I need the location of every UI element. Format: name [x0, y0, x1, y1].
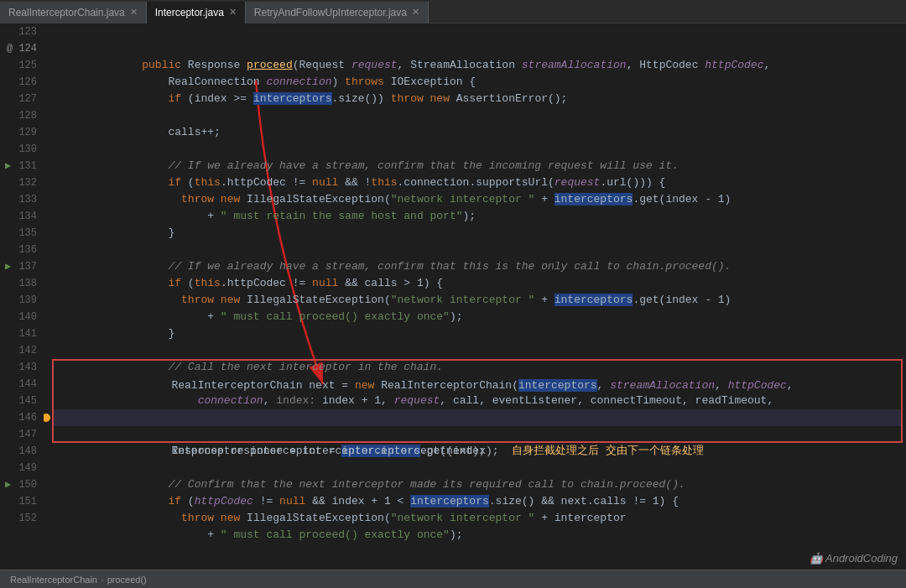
line-num-126: 126 — [7, 74, 37, 91]
line-147: Response response = interceptor.intercep… — [52, 426, 903, 443]
close-icon[interactable]: ✕ — [130, 7, 138, 18]
line-num-148: 148 — [7, 443, 37, 460]
line-num-138: 138 — [7, 275, 37, 292]
line-141 — [50, 325, 906, 342]
line-num-132: 132 — [7, 174, 37, 191]
line-146: Interceptor interceptor = interceptors.g… — [52, 409, 903, 426]
line-130: // If we already have a stream, confirm … — [50, 141, 906, 158]
line-num-135: 135 — [7, 225, 37, 242]
line-152: + " must call proceed() exactly once"); — [50, 510, 906, 527]
line-143: RealInterceptorChain next = new RealInte… — [52, 359, 903, 376]
line-149: // Confirm that the next interceptor mad… — [50, 460, 906, 476]
line-num-130: 130 — [7, 141, 37, 158]
line-136: // If we already have a stream, confirm … — [50, 242, 906, 258]
statusbar: RealInterceptorChain › proceed() — [0, 570, 906, 588]
line-129 — [50, 124, 906, 141]
line-num-137: ▶137 — [7, 258, 37, 275]
line-num-149: 149 — [7, 460, 37, 476]
line-134: } — [50, 208, 906, 225]
line-num-140: 140 — [7, 309, 37, 325]
line-num-131: ▶131 — [7, 158, 37, 174]
statusbar-method: proceed() — [107, 575, 147, 585]
line-126: if (index >= interceptors.size()) throw … — [50, 74, 906, 91]
line-148 — [50, 443, 906, 460]
editor-root: RealInterceptorChain.java ✕ Interceptor.… — [0, 0, 906, 588]
statusbar-sep: › — [101, 575, 104, 585]
line-num-142: 142 — [7, 342, 37, 359]
breakpoint-dot — [44, 414, 50, 422]
line-num-141: 141 — [7, 325, 37, 342]
tab-interceptor[interactable]: Interceptor.java ✕ — [147, 2, 246, 23]
line-num-144: 144 — [7, 376, 37, 393]
line-142: // Call the next interceptor in the chai… — [50, 342, 906, 359]
line-131: if (this.httpCodec != null && !this.conn… — [50, 158, 906, 174]
tab-bar: RealInterceptorChain.java ✕ Interceptor.… — [0, 0, 906, 23]
line-num-124: @ 124 — [7, 40, 37, 57]
line-num-146: 146 — [7, 409, 37, 426]
line-num-152: 152 — [7, 510, 37, 527]
line-138: throw new IllegalStateException("network… — [50, 275, 906, 292]
line-num-134: 134 — [7, 208, 37, 225]
line-num-136: 136 — [7, 242, 37, 258]
line-150: if (httpCodec != null && index + 1 < int… — [50, 476, 906, 493]
line-133: + " must retain the same host and port")… — [50, 191, 906, 208]
line-125: RealConnection connection) throws IOExce… — [50, 57, 906, 74]
line-num-147: 147 — [7, 426, 37, 443]
line-127 — [50, 91, 906, 107]
line-num-139: 139 — [7, 292, 37, 309]
tab-label: Interceptor.java — [155, 7, 224, 18]
line-145: writeTimeout); — [52, 393, 903, 409]
line-num-151: 151 — [7, 493, 37, 510]
line-num-129: 129 — [7, 124, 37, 141]
line-151: throw new IllegalStateException("network… — [50, 493, 906, 510]
line-135 — [50, 225, 906, 242]
line-137: if (this.httpCodec != null && calls > 1)… — [50, 258, 906, 275]
line-124: public Response proceed(Request request,… — [50, 40, 906, 57]
line-144: connection, index: index + 1, request, c… — [52, 376, 903, 393]
editor-area: 123 @ 124 125 126 127 128 129 130 ▶131 1… — [0, 23, 906, 570]
line-num-133: 133 — [7, 191, 37, 208]
line-140: } — [50, 309, 906, 325]
line-num-143: 143 — [7, 359, 37, 376]
line-123 — [50, 23, 906, 40]
close-icon[interactable]: ✕ — [412, 7, 419, 18]
line-num-123: 123 — [7, 23, 37, 40]
code-container: 123 @ 124 125 126 127 128 129 130 ▶131 1… — [0, 23, 906, 570]
line-num-145: 145 — [7, 393, 37, 409]
tab-realinterceptorchain[interactable]: RealInterceptorChain.java ✕ — [0, 2, 147, 23]
tab-label: RealInterceptorChain.java — [8, 7, 125, 18]
tab-retryandfollow[interactable]: RetryAndFollowUpInterceptor.java ✕ — [246, 2, 429, 23]
line-num-128: 128 — [7, 107, 37, 124]
line-num-125: 125 — [7, 57, 37, 74]
line-num-150: ▶150 — [7, 476, 37, 493]
line-num-127: 127 — [7, 91, 37, 107]
line-128: calls++; — [50, 107, 906, 124]
close-icon[interactable]: ✕ — [229, 7, 237, 18]
code-lines[interactable]: public Response proceed(Request request,… — [44, 23, 906, 570]
tab-label: RetryAndFollowUpInterceptor.java — [254, 7, 407, 18]
line-132: throw new IllegalStateException("network… — [50, 174, 906, 191]
line-139: + " must call proceed() exactly once"); — [50, 292, 906, 309]
line-numbers: 123 @ 124 125 126 127 128 129 130 ▶131 1… — [0, 23, 44, 570]
statusbar-path: RealInterceptorChain — [10, 575, 97, 585]
